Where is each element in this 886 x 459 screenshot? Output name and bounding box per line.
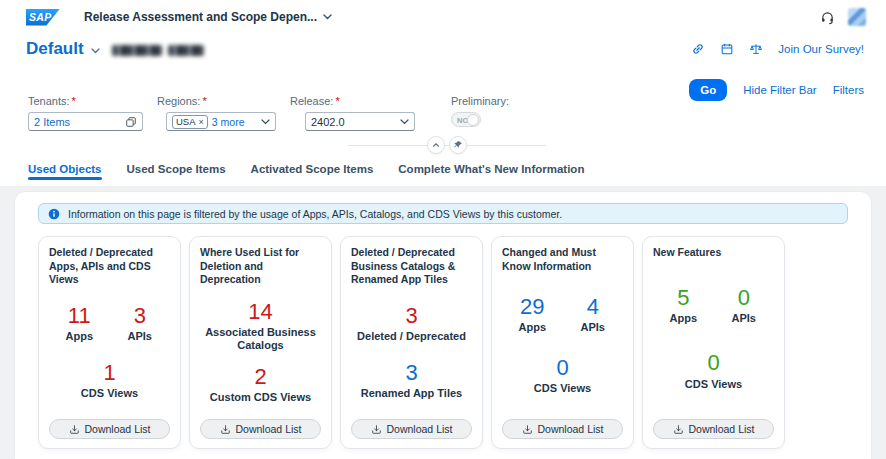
- metric-label: Apps: [502, 321, 563, 334]
- headset-support-icon[interactable]: [820, 10, 835, 25]
- download-icon: [69, 424, 80, 435]
- metric-value: 14: [200, 300, 321, 323]
- filter-fields: Tenants:* 2 Items Regions:* USA × 3 more: [0, 95, 886, 131]
- tab-used-objects[interactable]: Used Objects: [28, 163, 102, 184]
- page-header: Default: [0, 37, 886, 61]
- card-title: Deleted / Deprecated Apps, APIs and CDS …: [49, 246, 170, 287]
- download-list-button[interactable]: Download List: [200, 419, 321, 439]
- metric: 14 Associated Business Catalogs: [200, 300, 321, 352]
- tab-complete-whats-new[interactable]: Complete What's New Information: [398, 163, 584, 184]
- card-metrics: 29 Apps 4 APIs 0 CDS Views: [502, 273, 623, 419]
- card-metrics: 14 Associated Business Catalogs 2 Custom…: [200, 287, 321, 419]
- metric-value: 3: [351, 304, 472, 327]
- release-label: Release:*: [290, 95, 415, 107]
- preliminary-toggle[interactable]: NO: [451, 112, 481, 127]
- metric-value: 2: [200, 365, 321, 388]
- card-metrics: 5 Apps 0 APIs 0 CDS Views: [653, 260, 774, 419]
- kpi-cards: Deleted / Deprecated Apps, APIs and CDS …: [38, 236, 848, 449]
- download-list-button[interactable]: Download List: [502, 419, 623, 439]
- metric: 29 Apps: [502, 295, 563, 334]
- tenants-input[interactable]: 2 Items: [28, 112, 143, 131]
- value-help-icon[interactable]: [125, 116, 137, 128]
- metric: 5 Apps: [653, 286, 714, 325]
- toggle-knob: [467, 114, 479, 126]
- variant-selector[interactable]: Default: [26, 39, 84, 59]
- card-title: Where Used List for Deletion and Depreca…: [200, 246, 321, 287]
- region-token-label: USA: [176, 116, 196, 127]
- redacted-account-name: [112, 45, 162, 56]
- metric-value: 0: [714, 286, 775, 309]
- metric: 0 APIs: [714, 286, 775, 325]
- card-where-used-list: Where Used List for Deletion and Depreca…: [189, 236, 332, 449]
- chevron-down-icon[interactable]: [400, 119, 409, 125]
- regions-multicombobox[interactable]: USA × 3 more: [166, 112, 276, 131]
- metric-label: Associated Business Catalogs: [200, 326, 321, 352]
- release-select[interactable]: 2402.0: [305, 112, 415, 131]
- metric-value: 4: [563, 295, 624, 318]
- content-area: Information on this page is filtered by …: [0, 186, 886, 459]
- download-icon: [673, 424, 684, 435]
- metric-label: APIs: [110, 330, 171, 343]
- user-avatar[interactable]: [848, 8, 866, 26]
- chevron-down-icon[interactable]: [91, 48, 100, 54]
- app-title-selector[interactable]: Release Assessment and Scope Depen...: [84, 10, 332, 24]
- download-list-label: Download List: [85, 423, 151, 435]
- info-icon: [48, 208, 60, 220]
- metric: 3 APIs: [110, 304, 171, 343]
- filterbar-footer: [0, 136, 886, 156]
- go-button[interactable]: Go: [689, 79, 727, 101]
- release-field: Release:* 2402.0: [290, 95, 415, 131]
- pin-filterbar-button[interactable]: [449, 136, 467, 154]
- shell-bar: SAP Release Assessment and Scope Depen..…: [0, 0, 886, 30]
- preliminary-label: Preliminary:: [451, 95, 509, 107]
- download-list-label: Download List: [538, 423, 604, 435]
- metric-label: CDS Views: [49, 387, 170, 400]
- shell-right-actions: [820, 8, 866, 26]
- regions-field: Regions:* USA × 3 more: [157, 95, 276, 131]
- hide-filter-bar-link[interactable]: Hide Filter Bar: [743, 84, 817, 96]
- more-tokens-link[interactable]: 3 more: [212, 116, 245, 128]
- metric-value: 11: [49, 304, 110, 327]
- download-icon: [220, 424, 231, 435]
- metric: 11 Apps: [49, 304, 110, 343]
- download-list-button[interactable]: Download List: [653, 419, 774, 439]
- metric: 4 APIs: [563, 295, 624, 334]
- content-panel: Information on this page is filtered by …: [15, 192, 871, 459]
- download-list-button[interactable]: Download List: [351, 419, 472, 439]
- calendar-icon[interactable]: [720, 42, 734, 56]
- legal-scale-icon[interactable]: [749, 42, 763, 56]
- required-marker: *: [335, 95, 339, 107]
- app-title: Release Assessment and Scope Depen...: [84, 10, 317, 24]
- filters-link[interactable]: Filters: [833, 84, 864, 96]
- tab-used-scope-items[interactable]: Used Scope Items: [127, 163, 226, 184]
- preliminary-field: Preliminary: NO: [451, 95, 509, 131]
- card-title: New Features: [653, 246, 774, 260]
- share-link-icon[interactable]: [691, 42, 705, 56]
- chevron-down-icon[interactable]: [261, 119, 270, 125]
- download-list-label: Download List: [236, 423, 302, 435]
- tab-bar: Used Objects Used Scope Items Activated …: [0, 158, 886, 184]
- metric-label: Apps: [653, 312, 714, 325]
- remove-token-icon[interactable]: ×: [199, 117, 204, 127]
- card-title: Deleted / Deprecated Business Catalogs &…: [351, 246, 472, 287]
- download-list-label: Download List: [689, 423, 755, 435]
- tab-activated-scope-items[interactable]: Activated Scope Items: [251, 163, 374, 184]
- metric-value: 5: [653, 286, 714, 309]
- collapse-filterbar-button[interactable]: [427, 136, 445, 154]
- required-marker: *: [202, 95, 206, 107]
- metric-label: Apps: [49, 330, 110, 343]
- metric: 3 Deleted / Deprecated: [351, 304, 472, 343]
- metric: 2 Custom CDS Views: [200, 365, 321, 404]
- download-list-label: Download List: [387, 423, 453, 435]
- metric: 1 CDS Views: [49, 361, 170, 400]
- card-metrics: 3 Deleted / Deprecated 3 Renamed App Til…: [351, 287, 472, 419]
- info-message-strip: Information on this page is filtered by …: [38, 203, 848, 224]
- tenants-label: Tenants:*: [28, 95, 143, 107]
- metric-value: 0: [502, 356, 623, 379]
- join-survey-link[interactable]: Join Our Survey!: [778, 43, 864, 55]
- download-list-button[interactable]: Download List: [49, 419, 170, 439]
- card-new-features: New Features 5 Apps 0 APIs: [642, 236, 785, 449]
- metric: 0 CDS Views: [502, 356, 623, 395]
- metric-label: Custom CDS Views: [200, 391, 321, 404]
- card-deleted-deprecated-objects: Deleted / Deprecated Apps, APIs and CDS …: [38, 236, 181, 449]
